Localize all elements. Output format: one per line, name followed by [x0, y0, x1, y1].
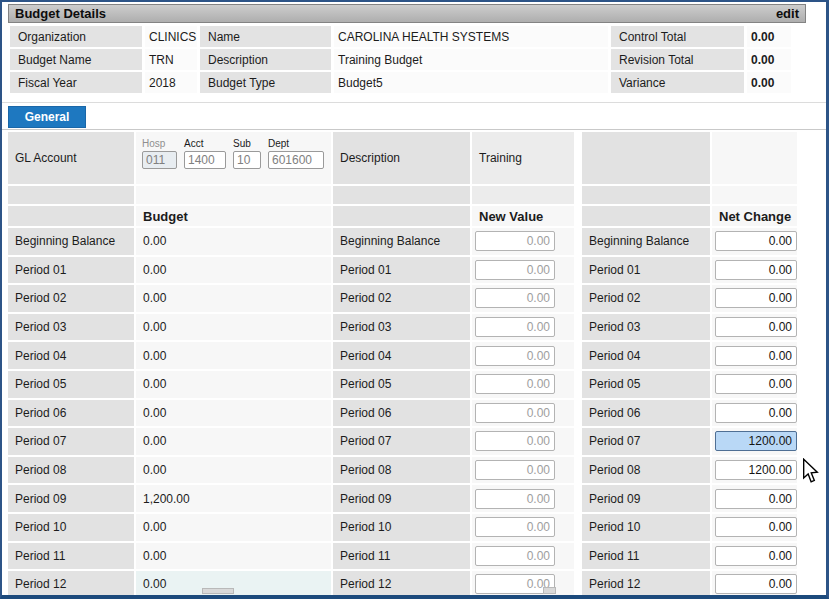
new-value-input[interactable]	[475, 374, 555, 394]
net-change-input[interactable]	[715, 346, 797, 366]
new-value-input[interactable]	[475, 288, 555, 308]
net-change-input[interactable]	[715, 403, 797, 423]
panel-gap	[576, 371, 580, 398]
gl-segment: Dept	[268, 138, 324, 169]
period-label: Beginning Balance	[8, 228, 134, 255]
period-label: Period 06	[582, 400, 710, 427]
panel-gap	[576, 186, 580, 204]
empty-cell	[333, 206, 470, 226]
period-label: Period 04	[333, 342, 470, 369]
new-value-input[interactable]	[475, 431, 555, 451]
panel-gap	[576, 228, 580, 255]
period-label: Period 09	[582, 485, 710, 512]
net-change-input[interactable]	[715, 231, 797, 251]
mouse-cursor	[802, 458, 819, 484]
period-label: Period 04	[582, 342, 710, 369]
budget-value: 0.00	[136, 457, 331, 484]
tab-general[interactable]: General	[8, 106, 86, 128]
gl-account-segments: Hosp Acct Sub Dept	[136, 132, 331, 184]
h-scrollbar-thumb[interactable]	[202, 588, 234, 594]
new-value-input[interactable]	[475, 546, 555, 566]
budget-value: 0.00	[136, 314, 331, 341]
net-change-input[interactable]	[715, 460, 797, 480]
period-label: Period 06	[8, 400, 134, 427]
info-value-cell: CAROLINA HEALTH SYSTEMS	[334, 26, 608, 47]
period-label: Period 03	[582, 314, 710, 341]
gl-segment-label: Hosp	[142, 138, 177, 149]
budget-value: 0.00	[136, 543, 331, 570]
info-label-cell: Budget Type	[200, 72, 331, 93]
budget-column-header: Budget	[136, 206, 331, 226]
period-label: Period 07	[8, 428, 134, 455]
net-change-input[interactable]	[715, 517, 797, 537]
net-change-input[interactable]	[715, 574, 797, 594]
gl-segment: Sub	[233, 138, 261, 169]
net-change-cell	[712, 342, 797, 369]
gl-segment-input[interactable]	[268, 151, 324, 169]
new-value-cell	[472, 428, 574, 455]
info-label-cell: Name	[200, 26, 331, 47]
panel-gap	[576, 400, 580, 427]
new-value-input[interactable]	[475, 460, 555, 480]
gl-segment-label: Sub	[233, 138, 261, 149]
description-label: Description	[333, 132, 470, 184]
net-change-cell	[712, 314, 797, 341]
new-value-input[interactable]	[475, 260, 555, 280]
new-value-input[interactable]	[475, 403, 555, 423]
info-value-cell: 2018	[145, 72, 197, 93]
net-change-input[interactable]	[715, 317, 797, 337]
period-label: Period 05	[333, 371, 470, 398]
period-label: Period 10	[8, 514, 134, 541]
period-label: Period 08	[582, 457, 710, 484]
info-label-cell: Variance	[611, 72, 744, 93]
budget-value: 0.00	[136, 371, 331, 398]
empty-cell	[712, 132, 797, 184]
new-value-cell	[472, 257, 574, 284]
info-label-cell: Control Total	[611, 26, 744, 47]
info-total-value-cell: 0.00	[747, 26, 791, 47]
budget-info-table: Organization CLINICS Name CAROLINA HEALT…	[10, 26, 791, 93]
net-change-input[interactable]	[715, 431, 797, 451]
new-value-input[interactable]	[475, 346, 555, 366]
gl-segment-input[interactable]	[184, 151, 226, 169]
info-total-value-cell: 0.00	[747, 72, 791, 93]
gl-segment-input[interactable]	[233, 151, 261, 169]
net-change-cell	[712, 457, 797, 484]
h-scrollbar-thumb[interactable]	[543, 587, 556, 594]
net-change-input[interactable]	[715, 489, 797, 509]
net-change-input[interactable]	[715, 374, 797, 394]
new-value-cell	[472, 457, 574, 484]
new-value-cell	[472, 371, 574, 398]
net-change-cell	[712, 543, 797, 570]
panel-gap	[576, 132, 580, 184]
period-label: Period 07	[333, 428, 470, 455]
budget-value: 0.00	[136, 257, 331, 284]
budget-value: 0.00	[136, 514, 331, 541]
period-label: Period 08	[333, 457, 470, 484]
empty-cell	[333, 186, 470, 204]
net-change-input[interactable]	[715, 546, 797, 566]
panel-gap	[576, 571, 580, 598]
empty-cell	[8, 206, 134, 226]
info-label-cell: Fiscal Year	[10, 72, 142, 93]
new-value-input[interactable]	[475, 231, 555, 251]
edit-link[interactable]: edit	[776, 6, 799, 21]
period-label: Period 09	[8, 485, 134, 512]
period-label: Period 02	[8, 285, 134, 312]
net-change-cell	[712, 285, 797, 312]
new-value-input[interactable]	[475, 317, 555, 337]
new-value-cell	[472, 514, 574, 541]
panel-gap	[576, 285, 580, 312]
new-value-cell	[472, 400, 574, 427]
net-change-input[interactable]	[715, 260, 797, 280]
period-label: Period 03	[8, 314, 134, 341]
info-value-cell: CLINICS	[145, 26, 197, 47]
net-change-input[interactable]	[715, 288, 797, 308]
new-value-input[interactable]	[475, 517, 555, 537]
period-label: Period 12	[582, 571, 710, 598]
divider	[2, 129, 826, 130]
period-label: Period 02	[582, 285, 710, 312]
info-label-cell: Revision Total	[611, 49, 744, 70]
new-value-input[interactable]	[475, 489, 555, 509]
info-value-cell: Budget5	[334, 72, 608, 93]
